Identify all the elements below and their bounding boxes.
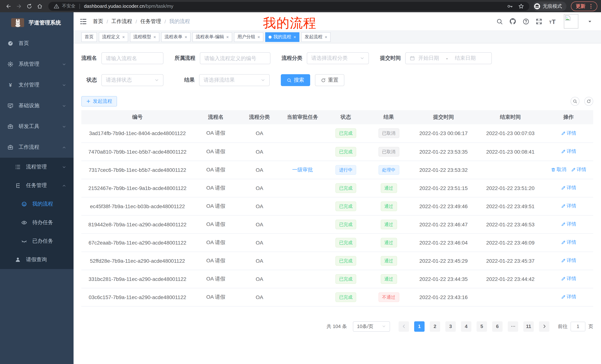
tab-我的流程[interactable]: 我的流程×: [265, 32, 299, 42]
avatar[interactable]: [564, 14, 578, 29]
detail-link[interactable]: 详情: [571, 166, 586, 173]
browser-back-icon[interactable]: [4, 1, 13, 11]
breadcrumb-item[interactable]: 任务管理: [140, 18, 161, 25]
font-size-icon[interactable]: TT: [549, 18, 556, 25]
date-range-picker[interactable]: 开始日期 - 结束日期: [405, 52, 492, 64]
sidebar-item-任务管理[interactable]: 任务管理: [0, 176, 74, 195]
result-badge: 通过: [381, 256, 397, 266]
sidebar-item-请假查询[interactable]: 请假查询: [0, 250, 74, 269]
detail-link[interactable]: 详情: [561, 276, 576, 282]
sidebar-item-我的流程[interactable]: 我的流程: [0, 195, 74, 213]
tab-流程表单[interactable]: 流程表单×: [161, 32, 190, 42]
browser-forward-icon[interactable]: [14, 1, 24, 11]
sidebar-item-基础设施[interactable]: 基础设施: [0, 95, 74, 116]
show-search-button[interactable]: [571, 97, 580, 106]
detail-link[interactable]: 详情: [561, 257, 576, 264]
sidebar-item-label: 研发工具: [19, 123, 39, 130]
tab-label: 流程定义: [102, 34, 120, 40]
sidebar-item-首页[interactable]: 首页: [0, 33, 74, 54]
page-button-2[interactable]: 2: [430, 321, 440, 332]
page-button-11[interactable]: 11: [523, 321, 534, 332]
tab-流程定义[interactable]: 流程定义×: [99, 32, 128, 42]
header-search-icon[interactable]: [496, 18, 503, 25]
refresh-table-button[interactable]: [584, 97, 593, 106]
address-bar[interactable]: 不安全 dashboard.yudao.iocoder.cn /bpm/task…: [48, 2, 529, 10]
tab-流程模型[interactable]: 流程模型×: [130, 32, 159, 42]
browser-reload-icon[interactable]: [25, 1, 34, 11]
edit-icon: [561, 149, 566, 154]
fullscreen-icon[interactable]: [536, 18, 542, 25]
category-select[interactable]: 请选择流程分类: [307, 52, 369, 64]
detail-link[interactable]: 详情: [561, 294, 576, 300]
sidebar-fold-icon[interactable]: [80, 18, 87, 25]
close-tab-icon[interactable]: ×: [122, 34, 125, 39]
browser-home-icon[interactable]: [35, 1, 45, 11]
chevron-down-icon: [360, 56, 364, 60]
avatar-caret-down-icon[interactable]: [588, 19, 592, 24]
create-process-button[interactable]: 发起流程: [81, 96, 117, 106]
sidebar-logo-row[interactable]: 芋道管理系统: [0, 12, 74, 33]
page-button-4[interactable]: 4: [461, 321, 471, 332]
sidebar-item-支付管理[interactable]: ¥支付管理: [0, 75, 74, 95]
sidebar-item-流程管理[interactable]: 流程管理: [0, 158, 74, 176]
close-tab-icon[interactable]: ×: [325, 34, 327, 39]
filter-submit-time: 提交时间 开始日期 - 结束日期: [380, 52, 492, 64]
prev-page-button[interactable]: [399, 321, 409, 332]
browser-update-button[interactable]: 更新: [571, 1, 597, 11]
page-button-1[interactable]: 1: [414, 321, 425, 332]
sidebar-item-系统管理[interactable]: 系统管理: [0, 54, 74, 75]
cancel-link[interactable]: 取消: [551, 166, 566, 173]
sidebar-item-工作流程[interactable]: 工作流程: [0, 137, 74, 158]
action-label: 详情: [567, 257, 576, 264]
tab-发起流程[interactable]: 发起流程×: [301, 32, 331, 42]
tab-流程表单-编辑[interactable]: 流程表单-编辑×: [192, 32, 232, 42]
detail-link[interactable]: 详情: [561, 185, 576, 191]
result-select[interactable]: 请选择流结果: [199, 74, 270, 86]
reset-button[interactable]: 重置: [315, 74, 344, 86]
tab-用户分组[interactable]: 用户分组×: [234, 32, 263, 42]
status-select[interactable]: 请选择状态: [101, 74, 163, 86]
page-button-3[interactable]: 3: [445, 321, 456, 332]
process-name-input[interactable]: [101, 52, 163, 64]
goto-page-input[interactable]: [571, 322, 585, 331]
page-size-select[interactable]: 10条/页: [353, 321, 390, 332]
help-icon[interactable]: [523, 18, 529, 25]
breadcrumb-item[interactable]: 工作流程: [111, 18, 132, 25]
detail-link[interactable]: 详情: [561, 148, 576, 155]
sidebar-item-研发工具[interactable]: 研发工具: [0, 116, 74, 137]
table-row: 52ffd28e-7b9a-11ec-a290-acde48001122OA 请…: [81, 252, 593, 270]
search-button[interactable]: 搜索: [281, 74, 310, 86]
process-definition-input[interactable]: [200, 52, 270, 64]
bookmark-star-icon[interactable]: [518, 3, 524, 9]
address-divider: [80, 3, 80, 9]
task-link[interactable]: 一级审批: [292, 166, 313, 172]
browser-menu-dots-icon[interactable]: [588, 3, 594, 9]
tab-首页[interactable]: 首页: [81, 32, 97, 42]
page-button-6[interactable]: 6: [492, 321, 502, 332]
breadcrumb-item[interactable]: 首页: [93, 18, 103, 25]
cell-current-task: [281, 270, 324, 288]
password-key-icon[interactable]: [507, 3, 513, 9]
sidebar-item-label: 请假查询: [26, 256, 47, 263]
sidebar-item-待办任务[interactable]: 待办任务: [0, 213, 74, 232]
chevron-down-icon: [382, 324, 386, 328]
breadcrumb-separator: /: [136, 18, 137, 24]
close-tab-icon[interactable]: ×: [185, 34, 187, 39]
close-tab-icon[interactable]: ×: [226, 34, 229, 39]
close-tab-icon[interactable]: ×: [257, 34, 260, 39]
edit-icon: [561, 277, 566, 281]
detail-link[interactable]: 详情: [561, 221, 576, 228]
next-page-button[interactable]: [539, 321, 549, 332]
page-button-5[interactable]: 5: [477, 321, 487, 332]
result-badge: 通过: [381, 238, 397, 247]
detail-link[interactable]: 详情: [561, 203, 576, 210]
cell-process-id: 03c6c157-7b9a-11ec-a290-acde48001122: [81, 288, 193, 306]
close-tab-icon[interactable]: ×: [293, 34, 296, 39]
detail-link[interactable]: 详情: [561, 130, 576, 136]
detail-link[interactable]: 详情: [561, 239, 576, 246]
more-pages-icon[interactable]: [508, 321, 518, 332]
sidebar-item-已办任务[interactable]: 已办任务: [0, 232, 74, 250]
github-icon[interactable]: [509, 18, 516, 25]
close-tab-icon[interactable]: ×: [153, 34, 156, 39]
breadcrumb-separator: /: [107, 18, 108, 24]
